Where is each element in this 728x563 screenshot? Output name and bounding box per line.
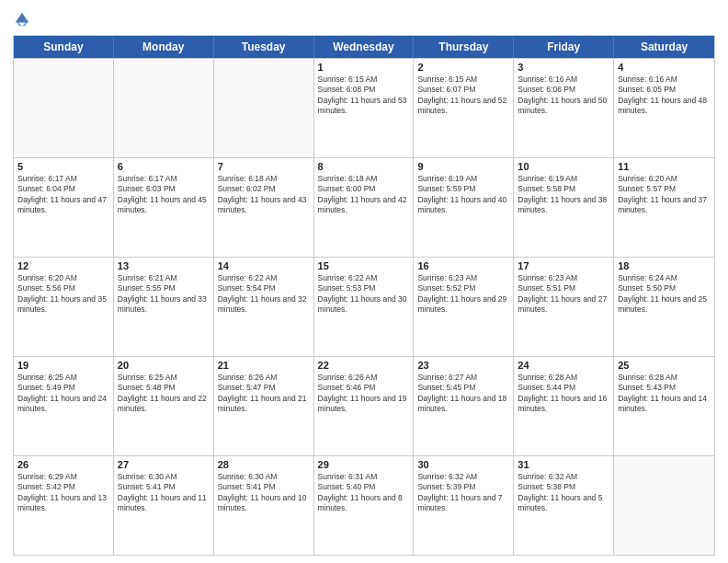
page: SundayMondayTuesdayWednesdayThursdayFrid…: [0, 0, 728, 563]
cell-info: Sunrise: 6:32 AMSunset: 5:38 PMDaylight:…: [518, 472, 609, 514]
calendar-cell: 29Sunrise: 6:31 AMSunset: 5:40 PMDayligh…: [314, 456, 415, 555]
cell-info: Sunrise: 6:26 AMSunset: 5:46 PMDaylight:…: [318, 373, 410, 415]
cell-info: Sunrise: 6:24 AMSunset: 5:50 PMDaylight:…: [618, 273, 711, 316]
weekday-header: Friday: [514, 36, 614, 58]
cell-info: Sunrise: 6:17 AMSunset: 6:03 PMDaylight:…: [118, 174, 210, 216]
weekday-header: Thursday: [414, 36, 514, 58]
cell-day-number: 11: [618, 161, 711, 172]
calendar-cell: 9Sunrise: 6:19 AMSunset: 5:59 PMDaylight…: [414, 158, 514, 257]
calendar-cell: 20Sunrise: 6:25 AMSunset: 5:48 PMDayligh…: [114, 357, 214, 455]
calendar-row: 5Sunrise: 6:17 AMSunset: 6:04 PMDaylight…: [14, 157, 714, 257]
logo: [13, 11, 30, 28]
cell-info: Sunrise: 6:30 AMSunset: 5:41 PMDaylight:…: [118, 472, 210, 514]
header: [13, 11, 715, 28]
svg-marker-0: [16, 13, 28, 23]
cell-info: Sunrise: 6:15 AMSunset: 6:08 PMDaylight:…: [318, 75, 410, 117]
cell-info: Sunrise: 6:25 AMSunset: 5:49 PMDaylight:…: [17, 373, 109, 415]
cell-info: Sunrise: 6:17 AMSunset: 6:04 PMDaylight:…: [17, 174, 109, 216]
calendar-cell: 16Sunrise: 6:23 AMSunset: 5:52 PMDayligh…: [414, 258, 514, 356]
calendar-cell: 24Sunrise: 6:28 AMSunset: 5:44 PMDayligh…: [514, 357, 614, 455]
calendar-cell: 12Sunrise: 6:20 AMSunset: 5:56 PMDayligh…: [14, 258, 114, 356]
calendar-cell: 7Sunrise: 6:18 AMSunset: 6:02 PMDaylight…: [214, 158, 314, 257]
calendar-cell: 17Sunrise: 6:23 AMSunset: 5:51 PMDayligh…: [514, 258, 614, 356]
cell-info: Sunrise: 6:20 AMSunset: 5:57 PMDaylight:…: [618, 174, 711, 216]
calendar-cell: 28Sunrise: 6:30 AMSunset: 5:41 PMDayligh…: [214, 456, 314, 555]
calendar-row: 19Sunrise: 6:25 AMSunset: 5:49 PMDayligh…: [14, 356, 714, 455]
calendar-cell: 3Sunrise: 6:16 AMSunset: 6:06 PMDaylight…: [514, 59, 614, 157]
cell-info: Sunrise: 6:31 AMSunset: 5:40 PMDaylight:…: [318, 472, 410, 514]
calendar-cell: 2Sunrise: 6:15 AMSunset: 6:07 PMDaylight…: [414, 59, 514, 157]
cell-day-number: 12: [17, 260, 109, 271]
cell-day-number: 13: [118, 260, 210, 271]
cell-info: Sunrise: 6:22 AMSunset: 5:54 PMDaylight:…: [218, 273, 310, 316]
cell-day-number: 25: [618, 360, 711, 371]
calendar-cell: 14Sunrise: 6:22 AMSunset: 5:54 PMDayligh…: [214, 258, 314, 356]
cell-info: Sunrise: 6:29 AMSunset: 5:42 PMDaylight:…: [17, 472, 109, 514]
calendar-cell: 4Sunrise: 6:16 AMSunset: 6:05 PMDaylight…: [614, 59, 714, 157]
calendar-cell: 21Sunrise: 6:26 AMSunset: 5:47 PMDayligh…: [214, 357, 314, 455]
weekday-header: Wednesday: [314, 36, 415, 58]
cell-day-number: 6: [118, 161, 210, 172]
logo-icon: [14, 11, 30, 28]
cell-day-number: 17: [518, 260, 609, 271]
calendar-cell: 6Sunrise: 6:17 AMSunset: 6:03 PMDaylight…: [114, 158, 214, 257]
cell-day-number: 1: [318, 62, 410, 73]
cell-day-number: 10: [518, 161, 609, 172]
cell-info: Sunrise: 6:15 AMSunset: 6:07 PMDaylight:…: [417, 75, 509, 117]
cell-info: Sunrise: 6:19 AMSunset: 5:58 PMDaylight:…: [518, 174, 609, 216]
cell-day-number: 15: [318, 260, 410, 271]
cell-day-number: 7: [218, 161, 310, 172]
cell-day-number: 27: [118, 459, 210, 470]
calendar-cell: 27Sunrise: 6:30 AMSunset: 5:41 PMDayligh…: [114, 456, 214, 555]
cell-info: Sunrise: 6:32 AMSunset: 5:39 PMDaylight:…: [417, 472, 509, 514]
cell-day-number: 30: [417, 459, 509, 470]
cell-day-number: 2: [417, 62, 509, 73]
calendar-cell: 26Sunrise: 6:29 AMSunset: 5:42 PMDayligh…: [14, 456, 114, 555]
calendar-cell: 10Sunrise: 6:19 AMSunset: 5:58 PMDayligh…: [514, 158, 614, 257]
cell-day-number: 18: [618, 260, 711, 271]
calendar-cell: [214, 59, 314, 157]
calendar-cell: 11Sunrise: 6:20 AMSunset: 5:57 PMDayligh…: [614, 158, 714, 257]
cell-info: Sunrise: 6:22 AMSunset: 5:53 PMDaylight:…: [318, 273, 410, 316]
cell-day-number: 29: [318, 459, 410, 470]
cell-day-number: 3: [518, 62, 609, 73]
calendar-row: 1Sunrise: 6:15 AMSunset: 6:08 PMDaylight…: [14, 58, 714, 157]
weekday-header: Sunday: [14, 36, 114, 58]
calendar-cell: 13Sunrise: 6:21 AMSunset: 5:55 PMDayligh…: [114, 258, 214, 356]
cell-day-number: 21: [218, 360, 310, 371]
calendar-cell: [14, 59, 114, 157]
cell-info: Sunrise: 6:18 AMSunset: 6:00 PMDaylight:…: [318, 174, 410, 216]
cell-info: Sunrise: 6:18 AMSunset: 6:02 PMDaylight:…: [218, 174, 310, 216]
calendar-cell: 15Sunrise: 6:22 AMSunset: 5:53 PMDayligh…: [314, 258, 415, 356]
cell-day-number: 23: [417, 360, 509, 371]
calendar-cell: 5Sunrise: 6:17 AMSunset: 6:04 PMDaylight…: [14, 158, 114, 257]
cell-day-number: 22: [318, 360, 410, 371]
calendar-header-row: SundayMondayTuesdayWednesdayThursdayFrid…: [14, 36, 714, 58]
cell-info: Sunrise: 6:28 AMSunset: 5:44 PMDaylight:…: [518, 373, 609, 415]
calendar-cell: 31Sunrise: 6:32 AMSunset: 5:38 PMDayligh…: [514, 456, 614, 555]
cell-info: Sunrise: 6:25 AMSunset: 5:48 PMDaylight:…: [118, 373, 210, 415]
cell-day-number: 19: [17, 360, 109, 371]
cell-info: Sunrise: 6:28 AMSunset: 5:43 PMDaylight:…: [618, 373, 711, 415]
calendar-cell: 22Sunrise: 6:26 AMSunset: 5:46 PMDayligh…: [314, 357, 415, 455]
cell-day-number: 8: [318, 161, 410, 172]
cell-day-number: 4: [618, 62, 711, 73]
calendar-cell: 8Sunrise: 6:18 AMSunset: 6:00 PMDaylight…: [314, 158, 415, 257]
calendar: SundayMondayTuesdayWednesdayThursdayFrid…: [13, 35, 715, 556]
calendar-cell: 23Sunrise: 6:27 AMSunset: 5:45 PMDayligh…: [414, 357, 514, 455]
calendar-cell: 1Sunrise: 6:15 AMSunset: 6:08 PMDaylight…: [314, 59, 415, 157]
cell-info: Sunrise: 6:23 AMSunset: 5:52 PMDaylight:…: [417, 273, 509, 316]
cell-day-number: 24: [518, 360, 609, 371]
calendar-cell: 25Sunrise: 6:28 AMSunset: 5:43 PMDayligh…: [614, 357, 714, 455]
cell-info: Sunrise: 6:21 AMSunset: 5:55 PMDaylight:…: [118, 273, 210, 316]
weekday-header: Tuesday: [214, 36, 314, 58]
weekday-header: Monday: [114, 36, 214, 58]
cell-info: Sunrise: 6:16 AMSunset: 6:06 PMDaylight:…: [518, 75, 609, 117]
cell-day-number: 26: [17, 459, 109, 470]
cell-day-number: 5: [17, 161, 109, 172]
weekday-header: Saturday: [614, 36, 714, 58]
cell-info: Sunrise: 6:23 AMSunset: 5:51 PMDaylight:…: [518, 273, 609, 316]
calendar-cell: [114, 59, 214, 157]
cell-day-number: 16: [417, 260, 509, 271]
cell-info: Sunrise: 6:19 AMSunset: 5:59 PMDaylight:…: [417, 174, 509, 216]
